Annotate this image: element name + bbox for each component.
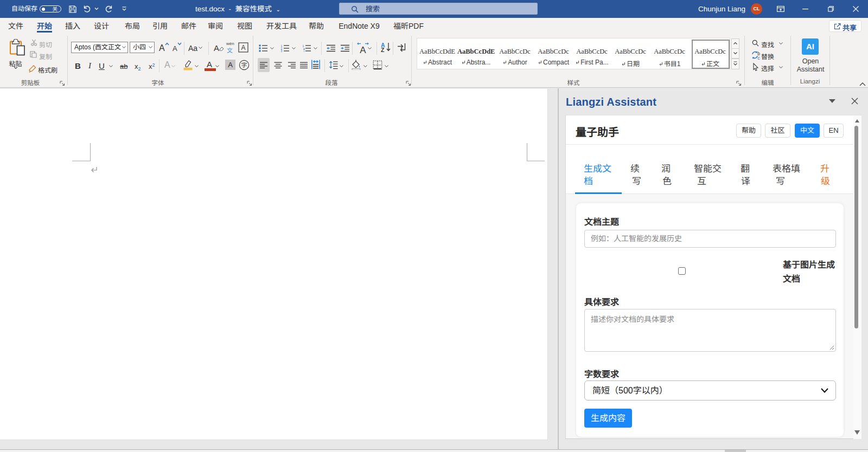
svg-text:A: A (241, 44, 245, 51)
svg-text:c: c (758, 55, 761, 60)
svg-text:i: i (304, 49, 304, 52)
svg-text:A: A (360, 45, 366, 54)
svg-text:3: 3 (281, 49, 283, 52)
svg-text:字: 字 (241, 60, 247, 69)
